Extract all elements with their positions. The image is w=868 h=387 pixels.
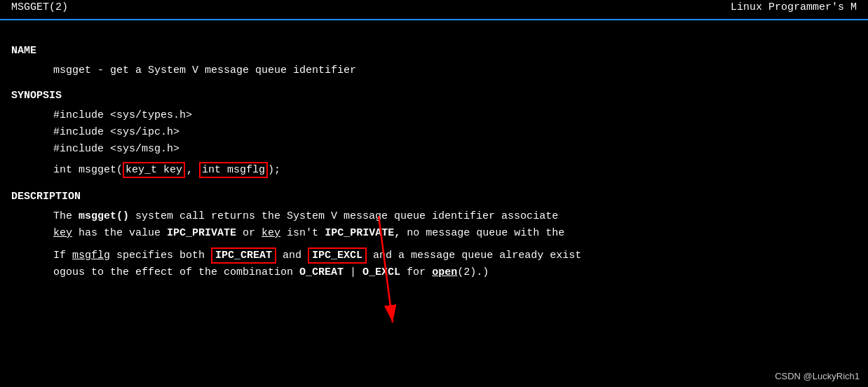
synopsis-heading: SYNOPSIS bbox=[11, 88, 857, 104]
page-header-left: MSGGET(2) bbox=[11, 1, 68, 13]
desc-ipc-private1-bold: IPC_PRIVATE bbox=[167, 227, 236, 239]
desc-open-underline: open bbox=[432, 266, 457, 278]
desc-line2-mid3: isn't bbox=[280, 227, 325, 239]
include-1: #include <sys/types.h> bbox=[11, 107, 857, 124]
param1-box: key_t key bbox=[123, 162, 185, 178]
desc-msgflg-underline: msgflg bbox=[72, 250, 110, 262]
desc-line2-end: no message queue with the bbox=[400, 227, 564, 239]
function-signature: int msgget(key_t key, int msgflg); bbox=[11, 162, 857, 179]
include-3: #include <sys/msg.h> bbox=[11, 141, 857, 158]
desc-if: If bbox=[53, 250, 72, 262]
desc-line1-mid: system call returns the System V message… bbox=[129, 210, 558, 222]
desc-key2-underline: key bbox=[262, 227, 280, 239]
desc-msgget-bold: msgget() bbox=[79, 210, 129, 222]
desc-pipe: | bbox=[344, 266, 362, 278]
desc-line2-mid1: has the value bbox=[72, 227, 167, 239]
sig-post: ); bbox=[268, 164, 280, 176]
ipc-creat-highlight: IPC_CREAT bbox=[211, 247, 276, 264]
desc-for: for bbox=[400, 266, 432, 278]
sig-pre: int msgget( bbox=[53, 164, 123, 176]
desc-line4-pre: ogous to the effect of the combination bbox=[53, 266, 299, 278]
sig-comma: , bbox=[187, 164, 193, 176]
desc-line4: ogous to the effect of the combination O… bbox=[11, 264, 857, 281]
param2-box: int msgflg bbox=[199, 162, 268, 178]
desc-line1-pre: The bbox=[53, 210, 79, 222]
desc-line3-and: and bbox=[276, 250, 308, 262]
name-heading: NAME bbox=[11, 43, 857, 60]
description-heading: DESCRIPTION bbox=[11, 189, 857, 205]
name-content: msgget - get a System V message queue id… bbox=[11, 62, 857, 79]
desc-line1: The msgget() system call returns the Sys… bbox=[11, 208, 857, 225]
include-2: #include <sys/ipc.h> bbox=[11, 124, 857, 141]
desc-o-excl-bold: O_EXCL bbox=[362, 266, 400, 278]
desc-line2-mid2: or bbox=[236, 227, 262, 239]
desc-line3-mid: specifies both bbox=[110, 250, 211, 262]
desc-key1-underline: key bbox=[53, 227, 72, 239]
page-header-right: Linux Programmer's M bbox=[731, 1, 857, 13]
desc-line3-end: and a message queue already exist bbox=[367, 250, 581, 262]
desc-line2: key has the value IPC_PRIVATE or key isn… bbox=[11, 225, 857, 242]
desc-line3: If msgflg specifies both IPC_CREAT and I… bbox=[11, 247, 857, 264]
desc-o-creat-bold: O_CREAT bbox=[299, 266, 344, 278]
desc-ipc-private2-bold: IPC_PRIVATE, bbox=[325, 227, 400, 239]
desc-line4-paren: (2).) bbox=[457, 266, 489, 278]
watermark: CSDN @LuckyRich1 bbox=[775, 371, 860, 381]
ipc-excl-highlight: IPC_EXCL bbox=[308, 247, 367, 264]
